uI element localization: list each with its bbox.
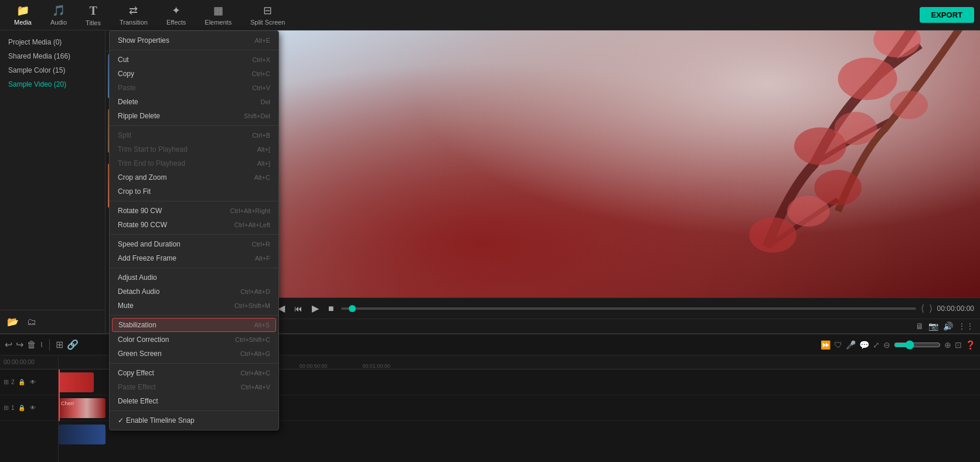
undo-button[interactable]: ↩ [5, 339, 12, 350]
cm-rotate-ccw[interactable]: Rotate 90 CCW Ctrl+Alt+Left [110, 218, 278, 232]
minus-circle-icon[interactable]: ⊖ [883, 340, 890, 350]
splitscreen-icon: ⊟ [263, 4, 272, 17]
track1-eye-button[interactable]: 👁 [29, 403, 37, 412]
svg-point-5 [835, 112, 877, 145]
monitor-icon[interactable]: 🖥 [916, 321, 924, 331]
play-button[interactable]: ▶ [309, 302, 321, 315]
cm-trim-end: Trim End to Playhead Alt+] [110, 156, 278, 170]
cm-sep-4 [110, 234, 278, 235]
media-item-samplevideo[interactable]: Sample Video (20) [0, 77, 105, 91]
ruler-mark-4: 00:00:50:00 [300, 363, 328, 369]
track-labels: 00:00:00:00 ⊞ 2 🔒 👁 ⊞ 1 🔒 👁 [0, 355, 59, 462]
cm-ripple-delete[interactable]: Ripple Delete Shift+Del [110, 109, 278, 123]
add-folder-button[interactable]: 📂 [6, 315, 20, 328]
cm-delete[interactable]: Delete Del [110, 95, 278, 109]
tab-media[interactable]: 📁 Media [6, 2, 40, 28]
media-icon: 📁 [16, 4, 29, 17]
ruler-mark-5: 00:01:00:00 [362, 363, 390, 369]
main-area: Project Media (0) Shared Media (166) Sam… [0, 30, 980, 333]
track1-num: 1 [11, 405, 15, 411]
progress-indicator [349, 305, 356, 312]
export-button[interactable]: EXPORT [920, 7, 974, 23]
volume-icon[interactable]: 🔊 [943, 321, 953, 331]
tab-splitscreen[interactable]: ⊟ Split Screen [242, 2, 293, 28]
left-actions: 📂 🗂 [0, 310, 105, 333]
step-back-button[interactable]: ⏮ [292, 303, 305, 314]
cm-sep-3 [110, 201, 278, 201]
tl-sep-1 [49, 339, 50, 351]
cm-crop-zoom[interactable]: Crop and Zoom Alt+C [110, 170, 278, 184]
playhead [59, 369, 60, 421]
cm-sep-2 [110, 125, 278, 126]
clip-red[interactable] [59, 372, 94, 392]
tab-audio[interactable]: 🎵 Audio [42, 2, 75, 28]
zoom-slider[interactable] [894, 340, 941, 350]
top-bar: 📁 Media 🎵 Audio T Titles ⇄ Transition ✦ … [0, 0, 980, 30]
media-item-shared[interactable]: Shared Media (166) [0, 49, 105, 63]
track2-eye-button[interactable]: 👁 [29, 378, 37, 386]
tab-transition[interactable]: ⇄ Transition [111, 2, 156, 28]
cm-freeze-frame[interactable]: Add Freeze Frame Alt+F [110, 251, 278, 265]
mic-icon[interactable]: 🎤 [846, 340, 856, 350]
titles-icon: T [89, 4, 97, 18]
svg-point-2 [838, 57, 897, 100]
add-track-button[interactable]: ⊞ [56, 339, 63, 350]
speed-icon[interactable]: ⏩ [821, 340, 831, 350]
track-label-1: ⊞ 1 🔒 👁 [0, 395, 58, 421]
cm-trim-start: Trim Start to Playhead Alt+[ [110, 142, 278, 156]
progress-track[interactable] [341, 307, 916, 310]
shield-icon[interactable]: 🛡 [834, 340, 842, 350]
fit-icon[interactable]: ⊡ [955, 340, 962, 350]
tab-effects[interactable]: ✦ Effects [158, 2, 194, 28]
cm-mute[interactable]: Mute Ctrl+Shift+M [110, 299, 278, 313]
media-item-project[interactable]: Project Media (0) [0, 35, 105, 49]
svg-point-8 [890, 91, 928, 119]
cm-crop-fit[interactable]: Crop to Fit [110, 184, 278, 199]
cm-show-properties[interactable]: Show Properties Alt+E [110, 33, 278, 47]
bracket-right-icon: ⟩ [929, 303, 933, 314]
audio-icon: 🎵 [52, 4, 65, 17]
track-label-2: ⊞ 2 🔒 👁 [0, 369, 58, 395]
cm-sep-5 [110, 268, 278, 268]
timeline-right-tools: ⏩ 🛡 🎤 💬 ⤢ ⊖ ⊕ ⊡ ❓ [821, 340, 975, 350]
cm-color-correction[interactable]: Color Correction Ctrl+Shift+C [110, 333, 278, 333]
cm-copy[interactable]: Copy Ctrl+C [110, 67, 278, 81]
ruler-label-area: 00:00:00:00 [0, 355, 58, 369]
branch-svg [270, 30, 980, 297]
clip-cherry[interactable]: Cherr [59, 398, 106, 418]
cm-detach-audio[interactable]: Detach Audio Ctrl+Alt+D [110, 285, 278, 299]
plus-circle-icon[interactable]: ⊕ [944, 340, 951, 350]
clip-blue[interactable] [59, 425, 106, 444]
cm-speed-duration[interactable]: Speed and Duration Ctrl+R [110, 237, 278, 251]
preview-controls: ◀ ⏮ ▶ ■ ⟨ ⟩ 00:00:00:00 [270, 297, 980, 319]
tab-elements[interactable]: ▦ Elements [196, 2, 240, 28]
settings-icon[interactable]: ⋮⋮ [958, 321, 974, 331]
preview-panel: ◀ ⏮ ▶ ■ ⟨ ⟩ 00:00:00:00 🖥 📷 🔊 ⋮⋮ [270, 30, 980, 333]
track1-lock-button[interactable]: 🔒 [17, 403, 26, 412]
cm-adjust-audio[interactable]: Adjust Audio [110, 271, 278, 285]
help-icon[interactable]: ❓ [965, 340, 975, 350]
track2-lock-button[interactable]: 🔒 [17, 378, 26, 386]
cm-sep-1 [110, 50, 278, 50]
transition-icon: ⇄ [129, 4, 138, 17]
cm-paste: Paste Ctrl+V [110, 81, 278, 95]
link-button[interactable]: 🔗 [67, 339, 79, 350]
camera-icon[interactable]: 📷 [928, 321, 938, 331]
tab-titles[interactable]: T Titles [77, 2, 109, 29]
delete-track-button[interactable]: 🗑 [27, 340, 36, 350]
redo-button[interactable]: ↪ [16, 339, 23, 350]
cm-cut[interactable]: Cut Ctrl+X [110, 53, 278, 67]
stop-button[interactable]: ■ [326, 302, 336, 315]
remove-folder-button[interactable]: 🗂 [26, 315, 38, 328]
cm-split: Split Ctrl+B [110, 128, 278, 142]
caption-icon[interactable]: 💬 [859, 340, 869, 350]
cm-rotate-cw[interactable]: Rotate 90 CW Ctrl+Alt+Right [110, 204, 278, 218]
media-item-samplecolor[interactable]: Sample Color (15) [0, 63, 105, 77]
bracket-left-icon: ⟨ [921, 303, 924, 314]
clip-cherry-label: Cherr [59, 399, 77, 408]
media-list: Project Media (0) Shared Media (166) Sam… [0, 30, 105, 310]
transform-icon[interactable]: ⤢ [873, 340, 880, 350]
track2-grid-icon: ⊞ [4, 378, 9, 386]
split-button[interactable]: ⌇ [40, 341, 43, 349]
cm-stabilization[interactable]: Stabilization Alt+S [112, 318, 276, 332]
